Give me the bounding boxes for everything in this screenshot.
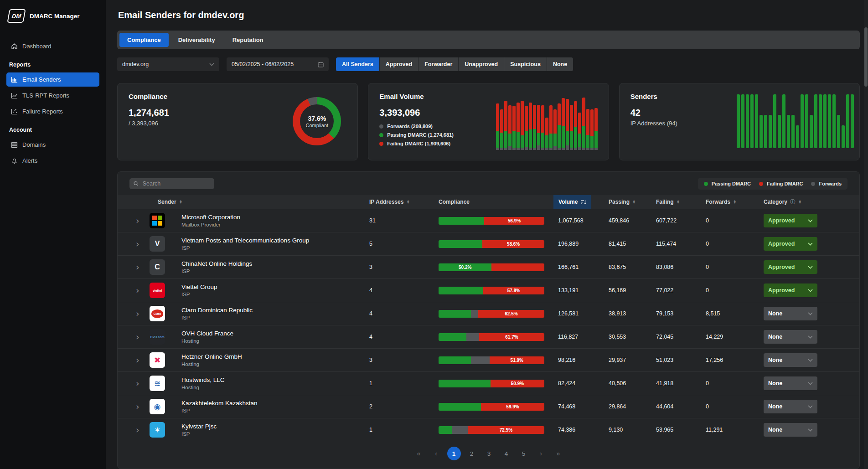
volume-bar (541, 105, 544, 150)
row-expand-chevron-icon[interactable]: › (129, 426, 150, 434)
column-header-ip[interactable]: IP Addresses ▲▼ (369, 199, 439, 205)
sender-type: ISP (181, 315, 369, 320)
sender-name: OVH Cloud France (181, 330, 369, 337)
row-expand-chevron-icon[interactable]: › (129, 216, 150, 225)
category-dropdown[interactable]: None (764, 330, 817, 344)
sidebar-item-label: Email Senders (22, 76, 61, 83)
pagination-page-3[interactable]: 3 (483, 447, 496, 460)
sender-logo: Claro (150, 306, 165, 321)
pagination-next[interactable]: › (535, 447, 548, 460)
sidebar-item-failure-reports[interactable]: Failure Reports (6, 104, 99, 119)
sort-icon: ▲▼ (733, 200, 736, 204)
category-dropdown[interactable]: None (764, 423, 817, 437)
volume-bar (582, 98, 585, 150)
senders-bar (755, 94, 758, 148)
filter-segment-approved[interactable]: Approved (380, 57, 418, 71)
table-row[interactable]: › ✖ Hetzner Online GmbH Hosting 3 51.9% … (118, 348, 859, 371)
row-expand-chevron-icon[interactable]: › (129, 286, 150, 295)
sidebar-item-domains[interactable]: Domains (6, 138, 99, 152)
sender-name: Kazakhtelekom Kazakhstan (181, 400, 369, 407)
compliance-bar: 57.8% (439, 287, 544, 294)
senders-card: Senders 42 IP Addresses (94) (619, 83, 860, 160)
filter-segment-suspicious[interactable]: Suspicious (504, 57, 547, 71)
table-row[interactable]: › ✶ Kyivstar Pjsc ISP 1 72.5% 74,386 9,1… (118, 418, 859, 441)
table-row[interactable]: › ◉ Kazakhtelekom Kazakhstan ISP 2 59.9%… (118, 395, 859, 418)
category-dropdown[interactable]: None (764, 400, 817, 413)
pagination-page-4[interactable]: 4 (500, 447, 513, 460)
filter-segment-forwarder[interactable]: Forwarder (418, 57, 459, 71)
column-header-category[interactable]: Category ⓘ ▲▼ (759, 198, 859, 206)
row-expand-chevron-icon[interactable]: › (129, 309, 150, 318)
scrollbar-thumb[interactable] (864, 27, 868, 87)
pagination-first[interactable]: « (413, 447, 425, 460)
row-expand-chevron-icon[interactable]: › (129, 402, 150, 411)
sender-type: ISP (181, 292, 369, 297)
pagination-last[interactable]: » (552, 447, 565, 460)
category-dropdown[interactable]: Approved (764, 283, 817, 297)
compliance-bar: 72.5% (439, 426, 544, 434)
row-expand-chevron-icon[interactable]: › (129, 379, 150, 388)
domain-select[interactable]: dmdev.org (117, 57, 219, 71)
volume-cell: 166,761 (553, 264, 604, 270)
sidebar-item-alerts[interactable]: Alerts (6, 154, 99, 168)
category-dropdown[interactable]: None (764, 353, 817, 367)
sidebar-item-dashboard[interactable]: Dashboard (6, 39, 99, 53)
filter-segment-unapproved[interactable]: Unapproved (459, 57, 504, 71)
category-dropdown[interactable]: Approved (764, 260, 817, 274)
sender-name: Hetzner Online GmbH (181, 353, 369, 360)
compliance-bar: 61.7% (439, 333, 544, 341)
column-header-compliance[interactable]: Compliance (439, 199, 553, 205)
forwards-cell: 0 (700, 264, 759, 270)
row-expand-chevron-icon[interactable]: › (129, 263, 150, 272)
sidebar-item-label: TLS-RPT Reports (22, 92, 69, 99)
pagination-page-5[interactable]: 5 (517, 447, 530, 460)
sender-logo: ✶ (150, 422, 165, 438)
sidebar-item-tls-rpt-reports[interactable]: TLS-RPT Reports (6, 88, 99, 103)
passing-cell: 38,913 (604, 310, 651, 317)
pagination-prev[interactable]: ‹ (430, 447, 443, 460)
row-expand-chevron-icon[interactable]: › (129, 356, 150, 365)
table-row[interactable]: › C ChinaNet Online Holdings ISP 3 50.2%… (118, 255, 859, 278)
bar-segment-red: 61.7% (479, 333, 544, 341)
volume-bar (586, 109, 589, 150)
row-expand-chevron-icon[interactable]: › (129, 333, 150, 341)
table-row[interactable]: › Claro Claro Dominican Republic ISP 4 6… (118, 302, 859, 325)
domains-icon (11, 141, 18, 148)
column-header-sender[interactable]: Sender ▲▼ (150, 199, 369, 205)
category-dropdown[interactable]: None (764, 307, 817, 320)
category-dropdown[interactable]: Approved (764, 214, 817, 227)
sender-name: Kyivstar Pjsc (181, 423, 369, 430)
microsoft-logo-icon (152, 216, 162, 226)
info-icon[interactable]: ⓘ (790, 198, 796, 206)
sender-cell: Kazakhtelekom Kazakhstan ISP (178, 400, 369, 413)
tab-reputation[interactable]: Reputation (225, 33, 271, 47)
pagination-page-2[interactable]: 2 (465, 447, 478, 460)
tab-deliverability[interactable]: Deliverability (170, 33, 223, 47)
date-range-picker[interactable]: 05/02/2025 - 06/02/2025 (227, 57, 329, 71)
category-dropdown[interactable]: Approved (764, 237, 817, 251)
bar-segment-green (439, 426, 452, 434)
table-row[interactable]: › Microsoft Corporation Mailbox Provider… (118, 209, 859, 232)
table-row[interactable]: › viettel Viettel Group ISP 4 57.8% 133,… (118, 278, 859, 302)
row-expand-chevron-icon[interactable]: › (129, 240, 150, 248)
column-header-volume[interactable]: Volume (553, 195, 604, 209)
legend-item-passing-dmarc: Passing DMARC (704, 181, 751, 186)
table-row[interactable]: › OVH.com OVH Cloud France Hosting 4 61.… (118, 325, 859, 348)
table-row[interactable]: › ≋ Hostwinds, LLC Hosting 1 50.9% 82,42… (118, 371, 859, 395)
category-dropdown[interactable]: None (764, 376, 817, 390)
table-body: › Microsoft Corporation Mailbox Provider… (118, 209, 859, 441)
pagination-page-1[interactable]: 1 (447, 447, 461, 460)
scrollbar-track[interactable] (864, 0, 868, 469)
sender-logo: ✖ (150, 352, 165, 368)
column-header-passing[interactable]: Passing ▲▼ (604, 199, 651, 205)
sender-logo: ◉ (150, 399, 165, 414)
search-input[interactable] (142, 180, 210, 187)
column-header-failing[interactable]: Failing ▲▼ (651, 199, 700, 205)
search-box[interactable] (129, 178, 214, 189)
sidebar-item-email-senders[interactable]: Email Senders (6, 72, 99, 87)
table-row[interactable]: › V Vietnam Posts and Telecommunications… (118, 232, 859, 255)
filter-segment-all-senders[interactable]: All Senders (336, 57, 380, 71)
filter-segment-none[interactable]: None (547, 57, 573, 71)
column-header-forwards[interactable]: Forwards ▲▼ (700, 199, 759, 205)
tab-compliance[interactable]: Compliance (119, 33, 169, 47)
